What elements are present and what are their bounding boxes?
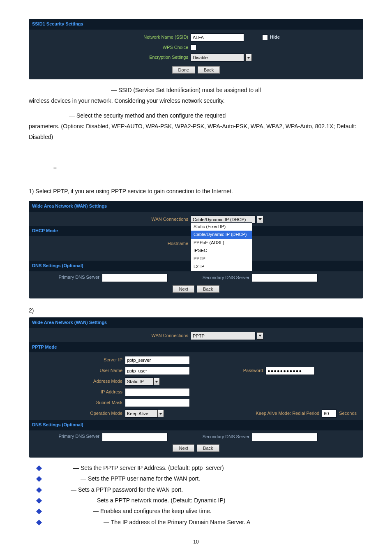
wan-conn-dropdown-arrow[interactable] [257,216,263,223]
hide-checkbox[interactable] [262,35,268,40]
encryption-label: Encryption Settings [32,54,191,61]
bullet-6: — The IP address of the Primary Domain N… [48,518,363,527]
password-input[interactable] [265,367,315,375]
hostname-label: Hostname [32,240,191,247]
security-desc-line2: parameters. (Options: Disabled, WEP-AUTO… [29,121,363,143]
operation-mode-arrow[interactable] [157,410,164,417]
next-button[interactable]: Next [173,285,194,293]
wps-choice-label: WPS Choice [32,44,191,51]
pptp-secondary-dns-input[interactable] [252,433,318,441]
operation-mode-label: Operation Mode [32,410,125,417]
step1-text: 1) Select PPTP, if you are using PPTP se… [29,186,363,197]
wan-panel-header: Wide Area Network (WAN) Settings [29,201,363,212]
primary-dns-label: Primary DNS Server [32,274,102,282]
bullet-list: — Sets the PPTP server IP Address. (Defa… [29,463,363,527]
bullet-4: — Sets a PPTP network mode. (Default: Dy… [48,496,363,505]
security-desc-line1: — Select the security method and then co… [29,111,363,121]
primary-dns-input[interactable] [102,274,168,282]
pptp-primary-dns-label: Primary DNS Server [32,433,102,441]
keep-alive-unit: Seconds [339,410,357,417]
ssid-desc-line2: wireless devices in your network. Consid… [29,96,363,106]
wan-pptp-panel: Wide Area Network (WAN) Settings WAN Con… [29,317,363,458]
ssid-description: — SSID (Service Set Identification) must… [29,85,363,106]
wan-connections-label: WAN Connections [32,216,191,223]
wan-option-static[interactable]: Static (Fixed IP) [191,223,252,231]
subnet-mask-label: Subnet Mask [32,399,125,407]
subnet-mask-input[interactable] [125,399,190,407]
wan-option-l2tp[interactable]: L2TP [191,263,252,271]
address-mode-select[interactable] [125,377,154,386]
diamond-icon [36,465,42,471]
password-label: Password [243,367,263,375]
wan-option-dhcp[interactable]: Cable/Dynamic IP (DHCP) [191,231,252,239]
pptp-wan-conn-arrow[interactable] [257,332,263,340]
diamond-icon [36,520,42,525]
keep-alive-label: Keep Alive Mode: Redial Period [256,410,319,417]
diamond-icon [36,498,42,504]
network-name-input[interactable] [191,33,244,42]
diamond-icon [36,487,42,493]
wan-option-pppoe[interactable]: PPPoE (ADSL) [191,239,252,247]
done-button[interactable]: Done [172,66,195,74]
wan-option-ipsec[interactable]: IPSEC [191,247,252,255]
user-name-input[interactable] [125,367,190,375]
encryption-select[interactable] [191,53,244,62]
page-number: 10 [29,538,363,546]
user-name-label: User Name [32,367,125,375]
wps-checkbox[interactable] [191,44,196,50]
pptp-mode-header: PPTP Mode [29,342,363,353]
address-mode-label: Address Mode [32,378,125,385]
pptp-panel-header: Wide Area Network (WAN) Settings [29,317,363,328]
ssid-desc-line1: — SSID (Service Set Identification) must… [29,85,363,96]
step2-text: 2) [29,306,363,315]
pptp-dns-header: DNS Settings (Optional) [29,420,363,430]
ssid-security-panel: SSID1 Security Settings Network Name (SS… [29,19,363,79]
pptp-wan-conn-label: WAN Connections [32,332,191,340]
pptp-secondary-dns-label: Secondary DNS Server [196,433,252,441]
keep-alive-input[interactable] [322,409,337,418]
secondary-dns-label: Secondary DNS Server [196,274,252,282]
operation-mode-select[interactable] [125,409,158,418]
server-ip-label: Server IP [32,356,125,364]
back-button-wan[interactable]: Back [197,285,219,293]
pptp-back-button[interactable]: Back [197,444,219,452]
bullet-5: — Enables and configures the keep alive … [48,506,363,516]
ip-address-label: IP Address [32,388,125,396]
diamond-icon [36,476,42,482]
bullet-2: — Sets the PPTP user name for the WAN po… [48,474,363,483]
secondary-dns-input[interactable] [252,274,318,282]
network-name-label: Network Name (SSID) [32,34,191,41]
pptp-wan-conn-select[interactable] [191,332,256,340]
wan-connections-dropdown[interactable]: Static (Fixed IP) Cable/Dynamic IP (DHCP… [191,222,252,272]
pptp-next-button[interactable]: Next [173,444,194,452]
hide-label: Hide [270,34,280,41]
wan-option-pptp[interactable]: PPTP [191,255,252,263]
ssid-panel-header: SSID1 Security Settings [29,19,363,30]
ip-address-input[interactable] [125,388,190,396]
separator-dash: – [29,163,363,172]
pptp-primary-dns-input[interactable] [102,433,168,441]
bullet-1: — Sets the PPTP server IP Address. (Defa… [48,463,363,472]
bullet-3: — Sets a PPTP password for the WAN port. [48,485,363,494]
address-mode-arrow[interactable] [153,378,160,385]
back-button[interactable]: Back [198,66,220,74]
wan-settings-panel: Wide Area Network (WAN) Settings WAN Con… [29,201,363,298]
diamond-icon [36,509,42,514]
server-ip-input[interactable] [125,356,190,364]
security-description: — Select the security method and then co… [29,111,363,143]
encryption-dropdown-arrow[interactable] [245,54,252,61]
